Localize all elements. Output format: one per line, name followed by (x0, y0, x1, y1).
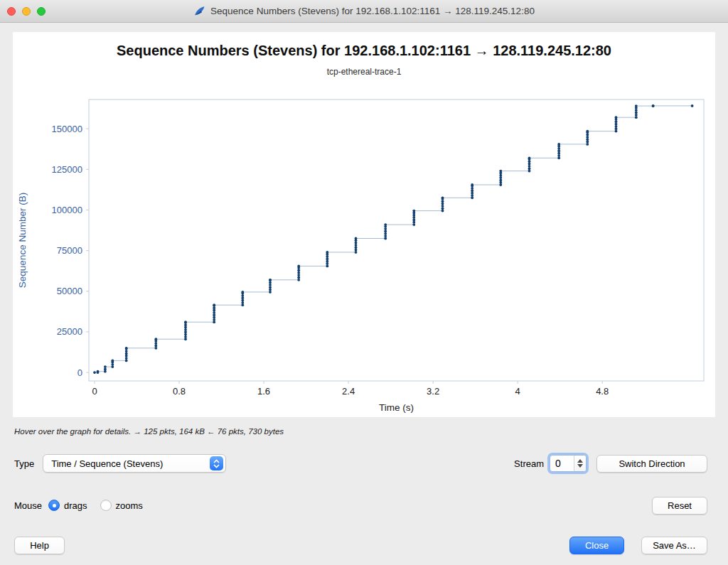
help-button[interactable]: Help (14, 537, 65, 554)
svg-text:125000: 125000 (52, 164, 82, 175)
radio-selected-icon (48, 500, 60, 511)
stream-label: Stream (514, 458, 544, 469)
svg-text:3.2: 3.2 (427, 386, 439, 397)
mouse-row: Mouse drags zooms Reset (14, 496, 707, 515)
close-button[interactable]: Close (569, 537, 624, 554)
stream-value: 0 (550, 456, 574, 471)
svg-text:100000: 100000 (52, 205, 82, 215)
switch-direction-button[interactable]: Switch Direction (596, 455, 707, 473)
spin-up-icon[interactable] (577, 459, 583, 463)
chart-title: Sequence Numbers (Stevens) for 192.168.1… (13, 43, 715, 59)
stream-stepper[interactable] (574, 456, 586, 471)
window-controls (7, 0, 46, 23)
svg-text:0: 0 (77, 367, 82, 378)
chart-area: Sequence Numbers (Stevens) for 192.168.1… (13, 32, 715, 417)
minimize-window-button[interactable] (22, 7, 31, 16)
svg-text:25000: 25000 (57, 326, 82, 337)
svg-text:50000: 50000 (57, 286, 82, 296)
chart-subtitle: tcp-ethereal-trace-1 (13, 67, 715, 77)
sequence-graph[interactable]: 00.81.62.43.244.802500050000750001000001… (13, 87, 715, 414)
drags-label: drags (64, 500, 87, 511)
svg-text:2.4: 2.4 (342, 386, 355, 397)
save-as-button[interactable]: Save As… (641, 537, 707, 554)
svg-text:4: 4 (515, 386, 520, 397)
type-row: Type Time / Sequence (Stevens) Stream 0 … (14, 453, 707, 473)
hint-text: Hover over the graph for details. → 125 … (14, 427, 284, 436)
stream-spinbox[interactable]: 0 (550, 455, 587, 472)
close-window-button[interactable] (7, 7, 16, 16)
mouse-label: Mouse (14, 500, 42, 511)
tcp-stream-graph-window: Sequence Numbers (Stevens) for 192.168.1… (0, 0, 728, 565)
svg-text:150000: 150000 (52, 124, 82, 134)
reset-button[interactable]: Reset (652, 497, 707, 515)
wireshark-icon (193, 5, 205, 17)
svg-text:0.8: 0.8 (173, 386, 186, 397)
svg-text:Time (s): Time (s) (379, 402, 414, 413)
svg-text:0: 0 (92, 386, 97, 397)
titlebar[interactable]: Sequence Numbers (Stevens) for 192.168.1… (0, 0, 728, 23)
bottom-row: Help Close Save As… (14, 536, 707, 554)
radio-unselected-icon (100, 500, 112, 511)
mouse-zooms-radio[interactable]: zooms (100, 500, 143, 511)
svg-text:Sequence Number (B): Sequence Number (B) (17, 193, 28, 288)
type-label: Type (14, 458, 34, 469)
titlebar-center: Sequence Numbers (Stevens) for 192.168.1… (193, 5, 535, 17)
graph-type-value: Time / Sequence (Stevens) (51, 458, 163, 469)
graph-type-select[interactable]: Time / Sequence (Stevens) (43, 454, 226, 473)
svg-text:1.6: 1.6 (257, 386, 270, 397)
svg-text:4.8: 4.8 (596, 386, 609, 397)
combo-arrows-icon (210, 456, 223, 470)
zooms-label: zooms (116, 500, 143, 511)
spin-down-icon[interactable] (577, 464, 583, 468)
window-title: Sequence Numbers (Stevens) for 192.168.1… (210, 6, 535, 16)
zoom-window-button[interactable] (37, 7, 46, 16)
mouse-drags-radio[interactable]: drags (48, 500, 87, 511)
svg-text:75000: 75000 (57, 245, 82, 256)
